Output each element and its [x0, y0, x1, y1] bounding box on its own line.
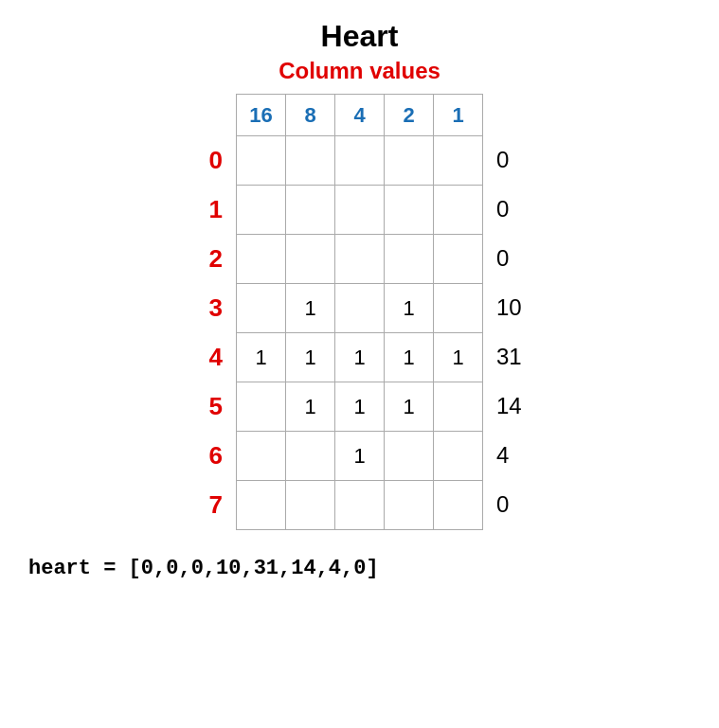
table-row: [237, 136, 483, 186]
table-cell: 1: [385, 284, 434, 333]
table-cell: 1: [434, 333, 483, 382]
table-row: 11: [237, 284, 483, 333]
table-cell: [286, 432, 335, 481]
column-header: 8: [286, 95, 335, 136]
table-cell: 1: [286, 284, 335, 333]
table-cell: [237, 284, 286, 333]
table-cell: [385, 432, 434, 481]
table-cell: [286, 186, 335, 235]
table-cell: [335, 481, 385, 530]
table-cell: [385, 235, 434, 284]
row-label: 3: [185, 283, 232, 332]
row-label: 6: [185, 431, 232, 480]
row-label: 0: [185, 135, 232, 185]
formula-line: heart = [0,0,0,10,31,14,4,0]: [19, 557, 379, 580]
row-total: 0: [487, 185, 534, 234]
table-cell: [434, 481, 483, 530]
table-cell: 1: [335, 432, 385, 481]
row-total: 0: [487, 234, 534, 283]
column-header-row: 168421: [237, 95, 483, 136]
column-values-label: Column values: [279, 58, 440, 84]
table-cell: [286, 481, 335, 530]
table-row: 1: [237, 432, 483, 481]
row-label-spacer: [185, 94, 232, 135]
table-row: [237, 235, 483, 284]
row-label: 4: [185, 332, 232, 382]
table-cell: [286, 235, 335, 284]
row-total: 0: [487, 480, 534, 529]
table-cell: [335, 186, 385, 235]
table-cell: [237, 481, 286, 530]
row-total: 0: [487, 135, 534, 185]
table-cell: 1: [385, 333, 434, 382]
row-label: 5: [185, 382, 232, 431]
table-cell: [237, 136, 286, 186]
table-cell: [434, 382, 483, 432]
grid-table: 168421 11111111111: [236, 94, 483, 530]
grid-body: 11111111111: [237, 136, 483, 530]
table-cell: [434, 284, 483, 333]
table-cell: [385, 481, 434, 530]
table-cell: [335, 136, 385, 186]
column-header: 4: [335, 95, 385, 136]
table-cell: 1: [286, 382, 335, 432]
table-cell: [385, 186, 434, 235]
table-cell: [237, 382, 286, 432]
table-row: 11111: [237, 333, 483, 382]
table-cell: [434, 136, 483, 186]
table-row: [237, 481, 483, 530]
table-cell: [434, 432, 483, 481]
table-cell: 1: [385, 382, 434, 432]
row-label: 7: [185, 480, 232, 529]
row-label: 2: [185, 234, 232, 283]
row-total: 14: [487, 382, 534, 431]
table-row: [237, 186, 483, 235]
column-header: 2: [385, 95, 434, 136]
column-header: 1: [434, 95, 483, 136]
table-cell: 1: [286, 333, 335, 382]
table-cell: 1: [237, 333, 286, 382]
table-cell: [237, 235, 286, 284]
table-cell: [286, 136, 335, 186]
column-header: 16: [237, 95, 286, 136]
row-label: 1: [185, 185, 232, 234]
table-cell: [434, 235, 483, 284]
table-row: 111: [237, 382, 483, 432]
row-totals: 00010311440: [487, 94, 534, 529]
row-total-spacer: [487, 94, 534, 135]
row-total: 4: [487, 431, 534, 480]
table-cell: [335, 235, 385, 284]
row-total: 10: [487, 283, 534, 332]
table-cell: 1: [335, 333, 385, 382]
row-total: 31: [487, 332, 534, 382]
table-wrapper: 01234567 168421 11111111111 00010311440: [185, 94, 534, 530]
table-cell: [237, 432, 286, 481]
row-labels: 01234567: [185, 94, 232, 529]
table-cell: [434, 186, 483, 235]
table-cell: [237, 186, 286, 235]
table-cell: [385, 136, 434, 186]
table-cell: 1: [335, 382, 385, 432]
table-cell: [335, 284, 385, 333]
page-title: Heart: [321, 19, 399, 54]
